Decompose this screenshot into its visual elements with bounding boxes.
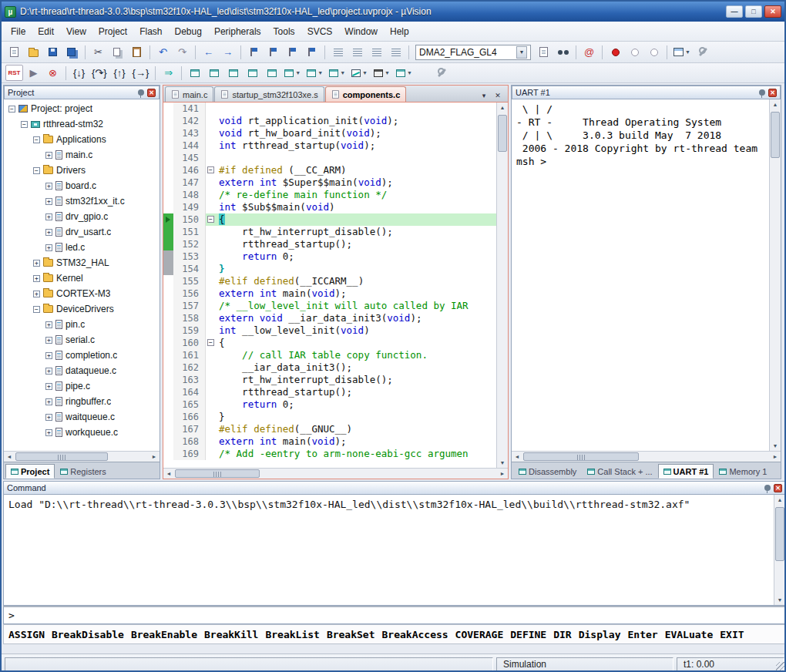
scroll-right-icon[interactable]: ► <box>770 452 781 462</box>
code-line-body[interactable]: extern int $Super$$main(void); <box>206 176 496 189</box>
tree-item-pipe-c[interactable]: +pipe.c <box>4 378 160 394</box>
code-line-body[interactable]: #elif defined(__ICCARM__) <box>206 275 496 287</box>
tab-uart-1[interactable]: UART #1 <box>658 464 714 479</box>
scroll-thumb[interactable] <box>498 115 507 152</box>
scroll-down-icon[interactable]: ▼ <box>770 441 781 451</box>
menu-edit[interactable]: Edit <box>32 24 60 39</box>
expand-icon[interactable]: + <box>45 229 52 236</box>
trace-window-button[interactable]: ▼ <box>371 65 392 81</box>
menu-svcs[interactable]: SVCS <box>301 24 339 39</box>
bookmark-previous-button[interactable] <box>264 44 282 60</box>
fold-toggle[interactable]: − <box>207 339 214 346</box>
new-file-button[interactable] <box>5 44 23 60</box>
command-breakkill[interactable]: BreakKill <box>204 629 258 640</box>
expand-icon[interactable]: + <box>33 260 40 267</box>
insert-breakpoint-button[interactable] <box>606 44 624 60</box>
system-viewer-button[interactable]: ▼ <box>394 65 415 81</box>
code-line-body[interactable]: rt_hw_interrupt_disable(); <box>206 226 496 238</box>
tree-item-main-c[interactable]: +main.c <box>4 147 160 163</box>
tab-list-button[interactable]: ▾ <box>479 92 489 99</box>
tree-item-ringbuffer-c[interactable]: +ringbuffer.c <box>4 394 160 409</box>
tree-item-devicedrivers[interactable]: −DeviceDrivers <box>4 301 160 317</box>
close-panel-icon[interactable]: ✕ <box>768 89 777 97</box>
close-panel-icon[interactable]: ✕ <box>774 484 782 492</box>
command-window-button[interactable] <box>186 65 203 81</box>
code-line-body[interactable]: extern int main(void); <box>206 287 496 300</box>
scroll-down-icon[interactable]: ▼ <box>774 595 785 605</box>
menu-file[interactable]: File <box>5 24 32 39</box>
code-line-body[interactable]: } <box>206 411 496 423</box>
cut-button[interactable]: ✂ <box>89 44 107 60</box>
collapse-icon[interactable]: − <box>8 106 15 113</box>
redo-button[interactable]: ↷ <box>173 44 191 60</box>
navigate-back-button[interactable]: ← <box>200 44 217 60</box>
minimize-button[interactable]: — <box>726 5 743 18</box>
scroll-up-icon[interactable]: ▲ <box>774 495 785 505</box>
menu-flash[interactable]: Flash <box>133 24 168 39</box>
expand-icon[interactable]: + <box>45 198 52 205</box>
tab-call-stack-[interactable]: Call Stack + ... <box>582 464 657 479</box>
run-button[interactable]: ▶ <box>25 65 42 81</box>
command-dir[interactable]: DIR <box>553 629 571 640</box>
kill-all-breakpoints-button[interactable] <box>645 44 663 60</box>
tab-registers[interactable]: Registers <box>55 464 111 479</box>
expand-icon[interactable]: + <box>45 183 52 190</box>
expand-icon[interactable]: + <box>45 383 52 390</box>
registers-window-button[interactable] <box>244 65 261 81</box>
tab-project[interactable]: Project <box>5 464 55 479</box>
step-over-button[interactable]: {↷} <box>89 65 109 81</box>
code-line-body[interactable]: /* Add -eentry to arm-none-eabi-gcc argu… <box>206 448 496 460</box>
code-line-body[interactable]: extern void __iar_data_init3(void); <box>206 312 496 324</box>
code-area[interactable]: 141142void rt_application_init(void);143… <box>163 102 496 468</box>
title-bar[interactable]: µ D:\rt-thread\rt-thread-3.0.3\bsp\stm32… <box>2 2 784 22</box>
scroll-up-icon[interactable]: ▲ <box>497 102 508 113</box>
expand-icon[interactable]: + <box>45 152 52 159</box>
code-line-body[interactable]: return 0; <box>206 250 496 263</box>
menu-help[interactable]: Help <box>384 24 415 39</box>
bookmark-toggle-button[interactable] <box>245 44 263 60</box>
menu-project[interactable]: Project <box>92 24 133 39</box>
tab-disassembly[interactable]: Disassembly <box>513 464 582 479</box>
expand-icon[interactable]: + <box>45 398 52 405</box>
code-line-body[interactable]: return 0; <box>206 398 496 411</box>
uncomment-selection-button[interactable] <box>387 44 405 60</box>
code-line-body[interactable]: int __low_level_init(void) <box>206 324 496 337</box>
scroll-down-icon[interactable]: ▼ <box>497 458 508 468</box>
tree-item-drv-usart-c[interactable]: +drv_usart.c <box>4 224 160 240</box>
tab-main-c[interactable]: main.c <box>165 86 213 102</box>
code-line-body[interactable]: // call IAR table copy function. <box>206 349 496 361</box>
code-line-body[interactable]: rtthread_startup(); <box>206 386 496 398</box>
menu-debug[interactable]: Debug <box>169 24 208 39</box>
code-line-body[interactable]: rt_hw_interrupt_disable(); <box>206 374 496 386</box>
expand-icon[interactable]: + <box>45 368 52 375</box>
disable-breakpoint-button[interactable] <box>626 44 643 60</box>
uart-vscrollbar[interactable]: ▲ ▼ <box>769 99 781 451</box>
code-line-body[interactable]: −{ <box>206 337 496 349</box>
tree-item-completion-c[interactable]: +completion.c <box>4 348 160 363</box>
tab-startup-stm32f103xe-s[interactable]: startup_stm32f103xe.s <box>214 86 324 102</box>
tree-item-project-project[interactable]: −Project: project <box>4 101 160 116</box>
tree-item-board-c[interactable]: +board.c <box>4 178 160 193</box>
memory-window-button[interactable]: ▼ <box>304 65 325 81</box>
uart-hscrollbar[interactable]: ◄ ► <box>512 451 781 462</box>
menu-window[interactable]: Window <box>338 24 384 39</box>
pin-icon[interactable] <box>759 89 765 96</box>
expand-icon[interactable]: + <box>45 352 52 359</box>
chevron-down-icon[interactable]: ▼ <box>516 46 527 59</box>
show-next-statement-button[interactable]: ⇒ <box>160 65 177 81</box>
tree-item-led-c[interactable]: +led.c <box>4 240 160 255</box>
code-line-body[interactable]: /* __low_level_init will auto called by … <box>206 300 496 312</box>
collapse-icon[interactable]: − <box>33 167 40 174</box>
command-breakenable[interactable]: BreakEnable <box>131 629 197 640</box>
scroll-thumb[interactable] <box>175 469 260 478</box>
code-line-body[interactable]: void rt_hw_board_init(void); <box>206 127 496 139</box>
menu-peripherals[interactable]: Peripherals <box>208 24 267 39</box>
menu-tools[interactable]: Tools <box>267 24 301 39</box>
incremental-find-button[interactable]: @ <box>580 44 598 60</box>
find-button[interactable] <box>554 44 572 60</box>
expand-icon[interactable]: + <box>33 291 40 297</box>
code-line-body[interactable]: void rt_application_init(void); <box>206 115 496 127</box>
tree-item-serial-c[interactable]: +serial.c <box>4 332 160 348</box>
tree-item-workqueue-c[interactable]: +workqueue.c <box>4 425 160 440</box>
undo-button[interactable]: ↶ <box>154 44 172 60</box>
